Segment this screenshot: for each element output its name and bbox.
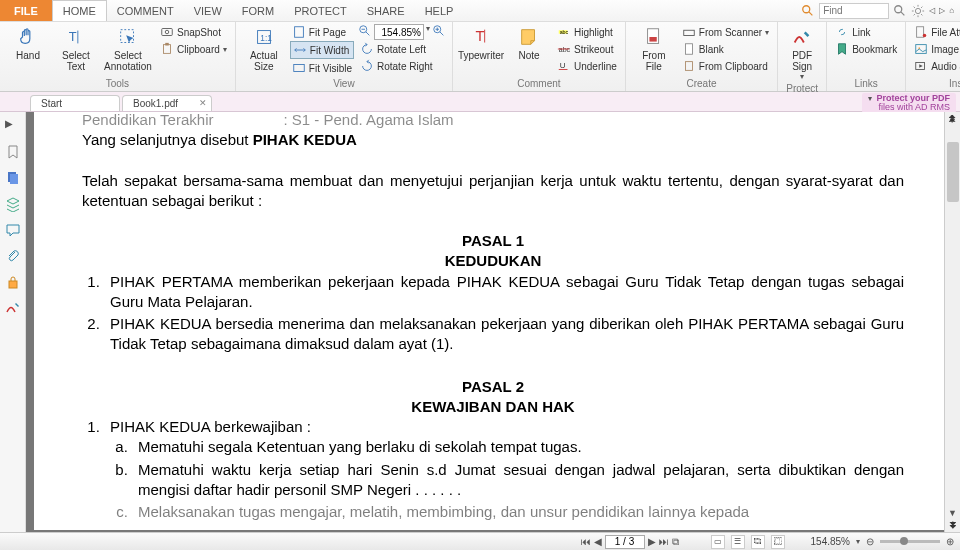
- svg-line-1: [809, 11, 813, 15]
- svg-rect-8: [162, 29, 173, 36]
- svg-line-3: [901, 11, 905, 15]
- sign-panel-icon[interactable]: [5, 300, 21, 316]
- group-comment: TTypewriter Note abcHighlight abcStrikeo…: [453, 22, 626, 91]
- actual-size[interactable]: 1:1Actual Size: [242, 24, 286, 74]
- list-item: Mematuhi segala Ketentuan yang berlaku d…: [132, 437, 904, 457]
- zoom-in-icon[interactable]: [432, 24, 446, 38]
- menu-bar: FILE HOME COMMENT VIEW FORM PROTECT SHAR…: [0, 0, 960, 22]
- tab-protect[interactable]: PROTECT: [284, 0, 357, 21]
- last-page-icon[interactable]: ⏭: [659, 536, 669, 547]
- doctab-book1[interactable]: Book1.pdf✕: [122, 95, 212, 111]
- fit-page[interactable]: Fit Page: [290, 24, 354, 40]
- zoom-out-btn[interactable]: ⊖: [866, 536, 874, 547]
- group-links: Link Bookmark Links: [827, 22, 906, 91]
- status-bar: ⏮ ◀ ▶ ⏭ ⧉ ▭ ☰ ⿻ ⿴ 154.85% ▾ ⊖ ⊕: [0, 532, 960, 550]
- bookmark[interactable]: Bookmark: [833, 41, 899, 57]
- fit-visible[interactable]: Fit Visible: [290, 60, 354, 76]
- svg-line-22: [440, 32, 444, 36]
- view-single-icon[interactable]: ▭: [711, 535, 725, 549]
- svg-text:abc: abc: [560, 29, 569, 35]
- layers-panel-icon[interactable]: [5, 196, 21, 212]
- svg-point-0: [803, 5, 810, 12]
- strikeout[interactable]: abcStrikeout: [555, 41, 619, 57]
- snapshot[interactable]: SnapShot: [158, 24, 229, 40]
- image-annotation[interactable]: Image Annotation: [912, 41, 960, 57]
- zoom-out-icon[interactable]: [358, 24, 372, 38]
- from-clipboard[interactable]: From Clipboard: [680, 58, 771, 74]
- file-menu[interactable]: FILE: [0, 0, 52, 21]
- page-view[interactable]: Pendidikan Terakhir: S1 - Pend. Agama Is…: [26, 112, 960, 532]
- typewriter[interactable]: TTypewriter: [459, 24, 503, 63]
- tab-help[interactable]: HELP: [415, 0, 464, 21]
- from-scanner[interactable]: From Scanner ▾: [680, 24, 771, 40]
- blank[interactable]: Blank: [680, 41, 771, 57]
- next-icon[interactable]: ▷: [939, 6, 945, 15]
- doc-subheading: KEDUDUKAN: [82, 251, 904, 271]
- prev-page-icon[interactable]: ◀: [594, 536, 602, 547]
- expand-nav-icon[interactable]: ▶: [5, 118, 21, 134]
- audio-video[interactable]: Audio & Video: [912, 58, 960, 74]
- clipboard[interactable]: Clipboard ▾: [158, 41, 229, 57]
- search-go-icon[interactable]: [893, 4, 907, 18]
- from-file[interactable]: From File: [632, 24, 676, 74]
- jump-bottom-icon[interactable]: ⯯: [948, 520, 957, 530]
- rotate-right[interactable]: Rotate Right: [358, 58, 446, 74]
- view-continuous-icon[interactable]: ☰: [731, 535, 745, 549]
- svg-point-4: [916, 8, 921, 13]
- comments-panel-icon[interactable]: [5, 222, 21, 238]
- hand-tool[interactable]: Hand: [6, 24, 50, 63]
- gear-icon[interactable]: [911, 4, 925, 18]
- note[interactable]: Note: [507, 24, 551, 63]
- group-label: Insert: [912, 78, 960, 90]
- group-create: From File From Scanner ▾ Blank From Clip…: [626, 22, 778, 91]
- pages-icon[interactable]: ⧉: [672, 536, 679, 548]
- fit-width[interactable]: Fit Width: [290, 41, 354, 59]
- underline[interactable]: UUnderline: [555, 58, 619, 74]
- svg-rect-36: [917, 27, 924, 38]
- link[interactable]: Link: [833, 24, 899, 40]
- group-view: 1:1Actual Size Fit Page Fit Width Fit Vi…: [236, 22, 453, 91]
- page-input[interactable]: [605, 535, 645, 549]
- doc-heading: PASAL 2: [82, 377, 904, 397]
- svg-text:1:1: 1:1: [260, 34, 272, 43]
- select-text[interactable]: TSelect Text: [54, 24, 98, 74]
- svg-rect-34: [685, 44, 692, 55]
- ad-banner[interactable]: ▾ Protect your PDFfiles with AD RMS: [862, 93, 956, 113]
- zoom-slider[interactable]: [880, 540, 940, 543]
- jump-top-icon[interactable]: ⯭: [948, 114, 957, 124]
- close-icon[interactable]: ✕: [199, 98, 207, 108]
- view-facing-icon[interactable]: ⿻: [751, 535, 765, 549]
- group-label: View: [242, 78, 446, 90]
- bookmarks-panel-icon[interactable]: [5, 144, 21, 160]
- expand-icon[interactable]: ⌂: [949, 6, 954, 15]
- tab-view[interactable]: VIEW: [184, 0, 232, 21]
- scroll-down-icon[interactable]: ▼: [945, 508, 960, 518]
- tab-comment[interactable]: COMMENT: [107, 0, 184, 21]
- vertical-scrollbar[interactable]: ⯭ ▲ ▼ ⯯: [944, 112, 960, 532]
- highlight[interactable]: abcHighlight: [555, 24, 619, 40]
- tab-home[interactable]: HOME: [52, 0, 107, 21]
- find-input[interactable]: [819, 3, 889, 19]
- first-page-icon[interactable]: ⏮: [581, 536, 591, 547]
- tab-share[interactable]: SHARE: [357, 0, 415, 21]
- security-panel-icon[interactable]: [5, 274, 21, 290]
- svg-rect-33: [684, 30, 695, 35]
- rotate-left[interactable]: Rotate Left: [358, 41, 446, 57]
- pdf-sign[interactable]: PDF Sign▾: [784, 24, 820, 83]
- select-annotation[interactable]: Select Annotation: [102, 24, 154, 74]
- pages-panel-icon[interactable]: [5, 170, 21, 186]
- next-page-icon[interactable]: ▶: [648, 536, 656, 547]
- view-cont-facing-icon[interactable]: ⿴: [771, 535, 785, 549]
- svg-rect-15: [294, 65, 305, 72]
- tab-form[interactable]: FORM: [232, 0, 284, 21]
- doctab-start[interactable]: Start: [30, 95, 120, 111]
- scroll-thumb[interactable]: [947, 142, 959, 202]
- attachments-panel-icon[interactable]: [5, 248, 21, 264]
- file-attachment[interactable]: File Attachment: [912, 24, 960, 40]
- prev-icon[interactable]: ◁: [929, 6, 935, 15]
- group-label: Links: [833, 78, 899, 90]
- zoom-input[interactable]: [374, 24, 424, 40]
- list-item: PIHAK KEDUA bersedia menerima dan melaks…: [104, 314, 904, 355]
- svg-text:T: T: [69, 29, 77, 44]
- zoom-in-btn[interactable]: ⊕: [946, 536, 954, 547]
